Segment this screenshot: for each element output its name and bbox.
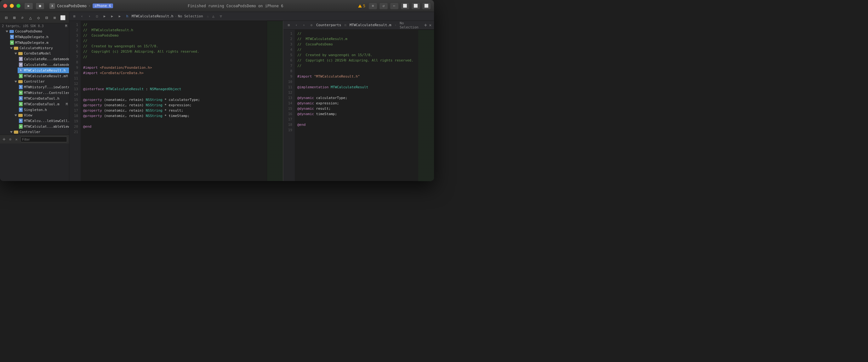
warning-icon	[358, 4, 362, 7]
sidebar-item-controller-2[interactable]: Controller	[9, 129, 69, 135]
project-info: X CocoaPodsDemo › iPhone 6	[50, 3, 113, 9]
refresh-button[interactable]: ↺	[379, 2, 388, 9]
sidebar-item-view[interactable]: View	[13, 113, 69, 118]
sidebar-item-appdelegate-h[interactable]: h MTWAppDelegate.h	[9, 34, 69, 40]
maximize-button[interactable]	[17, 4, 21, 8]
item-label: Controller	[24, 80, 45, 84]
sidebar-item-appdelegate-m[interactable]: m MTWAppDelegate.m	[9, 40, 69, 46]
warning-icon[interactable]: △	[27, 14, 34, 22]
sidebar-item-calculatehistory[interactable]: CalculateHistory	[9, 46, 69, 51]
grid-icon[interactable]: ⊞	[11, 14, 18, 22]
right-grid-icon[interactable]: ⊞	[286, 22, 292, 28]
sidebar-item-historyvc-m[interactable]: m MTWHistor...Controller.m M	[18, 90, 69, 95]
device-badge[interactable]: iPhone 6	[93, 3, 113, 8]
sidebar-bottom: + ⊙ ✕	[0, 135, 69, 143]
right-line-numbers: 12345678910111213141516171819	[283, 30, 295, 181]
sidebar-toolbar: ⊟ ⊞ ⌕ △ ◇ ⊟ ≡ ⬜	[0, 12, 69, 23]
bookmark-icon[interactable]: ◇	[36, 14, 42, 22]
sidebar-item-datamodeld-2[interactable]: d CalculateRe...datamodeld A	[18, 62, 69, 67]
nav-next-warning[interactable]: ▽	[218, 13, 224, 20]
item-label: CoreDataModel	[24, 51, 51, 56]
right-nav-back[interactable]: ‹	[293, 22, 299, 28]
comment-icon[interactable]: ⬜	[60, 14, 66, 22]
sidebar-item-coredatamodel[interactable]: CoreDataModel	[13, 51, 69, 56]
item-label: MTWHistor...Controller.m	[24, 91, 69, 95]
sidebar-item-datamodeld-1[interactable]: d CalculateRe...datamodeld M	[18, 56, 69, 62]
right-minimap	[418, 30, 434, 181]
file-nav-icon[interactable]: ◻	[94, 13, 100, 20]
window-controls: ≡ ↺ ← ⬜ ⬜ ⬜	[369, 2, 431, 9]
close-panel-button[interactable]: ✕	[429, 23, 432, 27]
search-icon[interactable]: ⌕	[19, 14, 26, 22]
layout-button-3[interactable]: ⬜	[422, 2, 431, 9]
folder-nav-icon3[interactable]: ▶	[117, 13, 123, 20]
sidebar-item-singleton-h[interactable]: h Singleton.h	[18, 107, 69, 113]
sidebar: ⊟ ⊞ ⌕ △ ◇ ⊟ ≡ ⬜ 2 targets, iOS SDK 8.3 M…	[0, 12, 69, 181]
right-nav-forward[interactable]: ›	[301, 22, 307, 28]
warning-count: 5	[363, 4, 365, 8]
item-label: MTWAppDelegate.h	[15, 35, 49, 39]
expand-icon	[14, 53, 17, 55]
sidebar-item-cocoapodsdemo[interactable]: CocoaPodsDemo	[4, 29, 69, 34]
sidebar-item-viewcell-h[interactable]: h MTWCalcu...leViewCell.h M	[18, 118, 69, 123]
close-button[interactable]	[3, 4, 7, 8]
sidebar-search-input[interactable]	[21, 137, 67, 142]
folder-icon	[18, 114, 23, 117]
item-label: CocoaPodsDemo	[15, 29, 42, 33]
layout-button-1[interactable]: ⬜	[401, 2, 409, 9]
titlebar-status: Finished running CocoaPodsDemo on iPhone…	[113, 4, 358, 8]
sidebar-toggle-icon[interactable]: ⊟	[3, 14, 9, 22]
traffic-lights	[3, 4, 21, 8]
close-filter-icon[interactable]: ✕	[14, 136, 19, 143]
file-h-icon: h	[19, 85, 23, 89]
expand-icon	[14, 114, 17, 116]
folder-icon	[14, 131, 18, 134]
hamburger-button[interactable]: ≡	[369, 2, 377, 9]
folder-icon	[14, 47, 18, 50]
add-panel-button[interactable]: +	[424, 22, 427, 28]
left-line-numbers: 123456789101112131415161718192021	[69, 21, 81, 181]
nav-prev-warning[interactable]: △	[210, 13, 216, 20]
item-label: MTWAppDelegate.m	[15, 41, 49, 45]
minimize-button[interactable]	[10, 4, 14, 8]
stop-button[interactable]: ■	[36, 2, 44, 9]
item-label: MTWCalculat...ableViewCell.m	[24, 124, 69, 129]
grid-view-icon[interactable]: ⊞	[71, 13, 78, 20]
counterparts-icon[interactable]: ⊙	[309, 22, 314, 28]
sidebar-item-controller-1[interactable]: Controller	[13, 79, 69, 84]
file-m-icon: m	[10, 40, 14, 45]
titlebar-right: 5 ≡ ↺ ← ⬜ ⬜ ⬜	[358, 2, 431, 9]
sidebar-item-coredatatool-h[interactable]: h MTWCoreDataTool.h	[18, 95, 69, 101]
expand-icon	[10, 47, 12, 49]
left-code-content[interactable]: // // MTWCalculateResult.h // CocoaPodsD…	[81, 21, 267, 181]
file-h-icon: h	[10, 35, 14, 39]
list-icon[interactable]: ⊟	[43, 14, 50, 22]
right-code-area: 12345678910111213141516171819 // // MTWC…	[283, 30, 418, 181]
right-panel-header: ⊞ ‹ › ⊙ Counterparts m MTWCalculateResul…	[283, 21, 434, 30]
nav-back-icon[interactable]: ‹	[79, 13, 85, 20]
add-icon[interactable]: +	[2, 136, 6, 143]
right-selection: No Selection	[400, 21, 422, 29]
back-button[interactable]: ←	[390, 2, 399, 9]
sidebar-item-coredatatool-m[interactable]: m MTWCoreDataTool.m M	[18, 101, 69, 107]
file-m-icon: m	[19, 102, 23, 106]
nav-forward-icon[interactable]: ›	[86, 13, 93, 20]
left-code-area: 123456789101112131415161718192021 // // …	[69, 21, 267, 181]
sidebar-item-calculateresult-h[interactable]: h MTWCalculateResult.h	[18, 67, 69, 73]
expand-icon	[10, 131, 12, 133]
sidebar-item-calculateresult-m[interactable]: m MTWCalculateResult.m M	[18, 73, 69, 79]
right-breadcrumb-sep: m	[344, 23, 346, 27]
item-label: MTWCalculateResult.m	[24, 74, 65, 78]
clock-icon[interactable]: ⊙	[8, 136, 12, 143]
folder-nav-icon2[interactable]: ▶	[109, 13, 115, 20]
sidebar-item-historyvc-h[interactable]: h MTWHistoryT...iewController.h	[18, 84, 69, 90]
run-button[interactable]: ▶	[24, 2, 33, 9]
item-label: MTWCoreDataTool.m	[24, 102, 60, 106]
folder-nav-icon[interactable]: ▶	[101, 13, 108, 20]
sidebar-item-viewcell-m[interactable]: m MTWCalculat...ableViewCell.m	[18, 123, 69, 129]
layout-button-2[interactable]: ⬜	[411, 2, 420, 9]
file-h-nav-icon[interactable]: h	[124, 13, 130, 20]
right-code-content[interactable]: // // MTWCalculateResult.m // CocoaPodsD…	[295, 30, 418, 181]
lines-icon[interactable]: ≡	[52, 14, 58, 22]
breadcrumb-sep: ›	[89, 4, 91, 8]
